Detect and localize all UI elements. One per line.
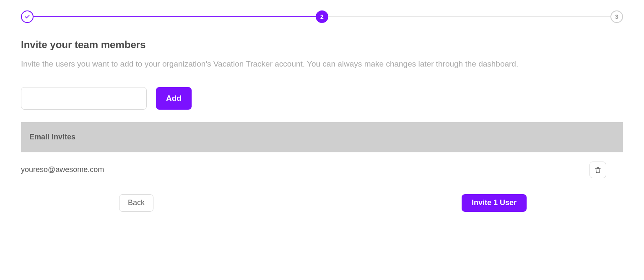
stepper: 2 3 — [21, 10, 623, 23]
actions-row: Back Invite 1 User — [21, 188, 623, 212]
email-input[interactable] — [21, 87, 147, 110]
page-title: Invite your team members — [21, 39, 623, 51]
step-3-pending: 3 — [610, 10, 623, 23]
step-line-1-2 — [34, 16, 316, 17]
invites-table: Email invites youreso@awesome.com — [21, 122, 623, 188]
delete-invite-button[interactable] — [589, 162, 606, 178]
step-1-completed — [21, 10, 34, 23]
table-header: Email invites — [21, 122, 623, 152]
trash-icon — [595, 167, 601, 173]
add-button[interactable]: Add — [156, 87, 192, 110]
check-icon — [24, 14, 30, 20]
step-line-2-3 — [328, 16, 610, 17]
invite-users-button[interactable]: Invite 1 User — [462, 194, 527, 212]
back-button[interactable]: Back — [119, 194, 153, 212]
page-subtitle: Invite the users you want to add to your… — [21, 58, 623, 70]
step-2-active: 2 — [316, 10, 328, 23]
invite-input-row: Add — [21, 87, 623, 110]
invite-email: youreso@awesome.com — [21, 165, 104, 174]
table-row: youreso@awesome.com — [21, 152, 623, 188]
